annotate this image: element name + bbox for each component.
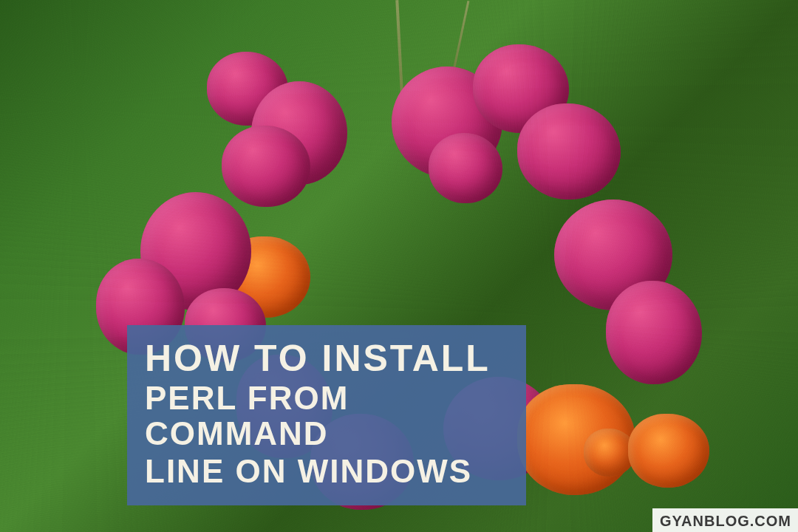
title-line-2: PERL FROM COMMAND — [145, 381, 508, 452]
title-line-1: HOW TO INSTALL — [145, 338, 508, 379]
site-watermark: GYANBLOG.COM — [652, 508, 798, 532]
title-line-3: LINE ON WINDOWS — [145, 454, 508, 489]
featured-image: HOW TO INSTALL PERL FROM COMMAND LINE ON… — [0, 0, 798, 532]
title-overlay-box: HOW TO INSTALL PERL FROM COMMAND LINE ON… — [127, 325, 526, 505]
